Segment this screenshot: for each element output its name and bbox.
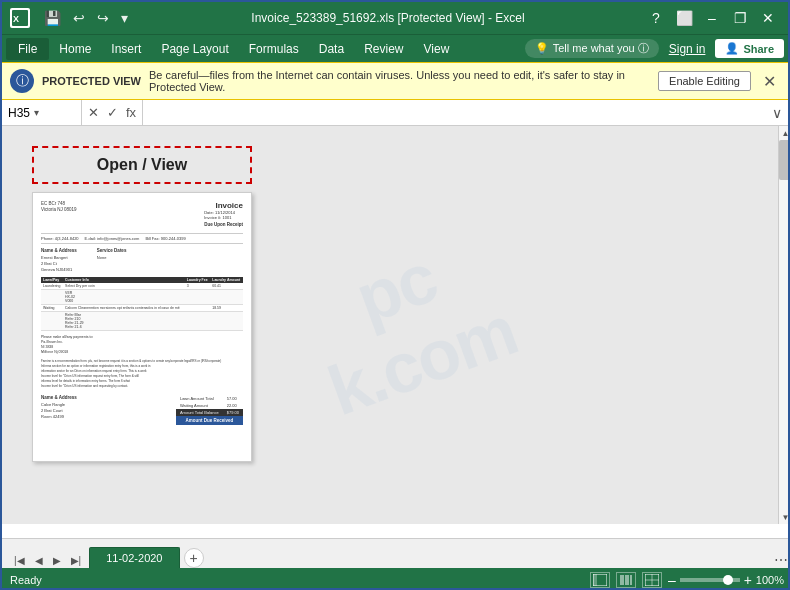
add-sheet-button[interactable]: + bbox=[184, 548, 204, 568]
svg-rect-3 bbox=[593, 574, 597, 586]
tab-bar-right: ⋯ bbox=[774, 552, 788, 568]
next-tab-btn[interactable]: ▶ bbox=[49, 553, 65, 568]
contact-row: Phone: 4(3,244-8420 E-dail: info@jones@j… bbox=[41, 233, 243, 244]
close-protected-bar-icon[interactable]: ✕ bbox=[759, 72, 780, 91]
person-icon: 👤 bbox=[725, 42, 739, 55]
svg-text:X: X bbox=[13, 14, 19, 24]
status-bar-right: – + 100% bbox=[590, 572, 784, 588]
invoice-table: Lawn/Pay Customer Info Laundry Fee Laund… bbox=[41, 277, 243, 331]
menu-view[interactable]: View bbox=[414, 38, 460, 60]
cell-reference-box[interactable]: H35 ▾ bbox=[2, 100, 82, 125]
cell-ref-dropdown-icon[interactable]: ▾ bbox=[34, 107, 39, 118]
invoice-total-section: Name & Address Calce Rangle 2 Brat Court… bbox=[41, 395, 243, 425]
title-bar-controls: ? ⬜ – ❐ ✕ bbox=[644, 6, 780, 30]
lightbulb-icon: 💡 bbox=[535, 42, 549, 55]
first-tab-btn[interactable]: |◀ bbox=[10, 553, 29, 568]
formula-bar: H35 ▾ ✕ ✓ fx ∨ bbox=[2, 100, 788, 126]
zoom-bar: – + 100% bbox=[668, 572, 784, 588]
share-button[interactable]: 👤 Share bbox=[715, 39, 784, 58]
formula-expand-icon[interactable]: ∨ bbox=[766, 105, 788, 121]
scroll-up-btn[interactable]: ▲ bbox=[779, 126, 791, 140]
invoice-number: Invoice #: 1001 bbox=[204, 215, 243, 220]
invoice-document: EC BCr 748 Victoria NJ 08019 Invoice Dat… bbox=[32, 192, 252, 462]
invoice-preview: Open / View EC BCr 748 Victoria NJ 08019… bbox=[32, 146, 252, 462]
address-section: Name & Address Ernest Bangert 2 Brat Ct … bbox=[41, 248, 243, 273]
search-box[interactable]: 💡 Tell me what you ⓘ bbox=[525, 39, 659, 58]
sheet-area: pck.com Open / View EC BCr 748 Victoria … bbox=[2, 126, 778, 524]
window-title: Invoice_523389_51692.xls [Protected View… bbox=[132, 11, 644, 25]
formula-confirm-icon[interactable]: ✓ bbox=[105, 105, 120, 120]
svg-rect-6 bbox=[630, 575, 632, 585]
menu-home[interactable]: Home bbox=[49, 38, 101, 60]
menu-insert[interactable]: Insert bbox=[101, 38, 151, 60]
protected-view-message: Be careful—files from the Internet can c… bbox=[149, 69, 650, 93]
menu-formulas[interactable]: Formulas bbox=[239, 38, 309, 60]
menu-bar-right: 💡 Tell me what you ⓘ Sign in 👤 Share bbox=[525, 39, 784, 58]
menu-bar: File Home Insert Page Layout Formulas Da… bbox=[2, 34, 788, 62]
scroll-down-btn[interactable]: ▼ bbox=[779, 510, 791, 524]
normal-view-btn[interactable] bbox=[590, 572, 610, 588]
zoom-plus-btn[interactable]: + bbox=[744, 572, 752, 588]
help-icon[interactable]: ? bbox=[644, 6, 668, 30]
signin-button[interactable]: Sign in bbox=[663, 40, 712, 58]
customize-qa-btn[interactable]: ▾ bbox=[117, 8, 132, 28]
sheet-tab-1[interactable]: 11-02-2020 bbox=[89, 547, 179, 568]
zoom-percent: 100% bbox=[756, 574, 784, 586]
menu-data[interactable]: Data bbox=[309, 38, 354, 60]
enable-editing-button[interactable]: Enable Editing bbox=[658, 71, 751, 91]
menu-file[interactable]: File bbox=[6, 38, 49, 60]
menu-review[interactable]: Review bbox=[354, 38, 413, 60]
formula-controls: ✕ ✓ fx bbox=[82, 100, 143, 125]
redo-btn[interactable]: ↪ bbox=[93, 8, 113, 28]
open-view-box[interactable]: Open / View bbox=[32, 146, 252, 184]
formula-function-icon[interactable]: fx bbox=[124, 105, 138, 120]
protected-view-bar: ⓘ PROTECTED VIEW Be careful—files from t… bbox=[2, 62, 788, 100]
shield-icon: ⓘ bbox=[10, 69, 34, 93]
tab-bar: |◀ ◀ ▶ ▶| 11-02-2020 + ⋯ bbox=[2, 538, 790, 568]
vertical-scrollbar[interactable]: ▲ ▼ bbox=[778, 126, 790, 524]
page-break-view-btn[interactable] bbox=[642, 572, 662, 588]
share-label: Share bbox=[743, 43, 774, 55]
svg-rect-4 bbox=[620, 575, 624, 585]
prev-tab-btn[interactable]: ◀ bbox=[31, 553, 47, 568]
tab-navigation: |◀ ◀ ▶ ▶| bbox=[6, 553, 89, 568]
excel-icon: X bbox=[10, 8, 30, 28]
due-label: Due Upon Receipt bbox=[204, 222, 243, 227]
watermark: pck.com bbox=[293, 220, 526, 430]
formula-input[interactable] bbox=[143, 106, 766, 120]
zoom-minus-btn[interactable]: – bbox=[668, 572, 676, 588]
title-bar: X 💾 ↩ ↪ ▾ Invoice_523389_51692.xls [Prot… bbox=[2, 2, 788, 34]
undo-btn[interactable]: ↩ bbox=[69, 8, 89, 28]
tab-more-options[interactable]: ⋯ bbox=[774, 552, 788, 568]
page-layout-view-btn[interactable] bbox=[616, 572, 636, 588]
invoice-notes: Please make all/any payments to: Pa-Brow… bbox=[41, 335, 243, 389]
zoom-thumb bbox=[723, 575, 733, 585]
scroll-thumb-vertical[interactable] bbox=[779, 140, 791, 180]
restore-btn[interactable]: ❐ bbox=[728, 6, 752, 30]
company-info: EC BCr 748 Victoria NJ 08019 bbox=[41, 201, 76, 227]
save-quick-btn[interactable]: 💾 bbox=[40, 8, 65, 28]
open-view-label: Open / View bbox=[97, 156, 187, 173]
scroll-track-vertical[interactable] bbox=[779, 140, 791, 510]
ribbon-collapse-btn[interactable]: ⬜ bbox=[672, 6, 696, 30]
svg-rect-5 bbox=[625, 575, 629, 585]
search-label: Tell me what you ⓘ bbox=[553, 41, 649, 56]
ready-label: Ready bbox=[10, 574, 590, 586]
cell-ref-value: H35 bbox=[8, 106, 30, 120]
close-btn[interactable]: ✕ bbox=[756, 6, 780, 30]
status-bar: Ready – + 100% bbox=[2, 568, 790, 590]
quick-access-toolbar: 💾 ↩ ↪ ▾ bbox=[40, 8, 132, 28]
amount-due-badge: Amount Due Received bbox=[176, 416, 243, 425]
formula-cancel-icon[interactable]: ✕ bbox=[86, 105, 101, 120]
menu-page-layout[interactable]: Page Layout bbox=[151, 38, 238, 60]
protected-view-label: PROTECTED VIEW bbox=[42, 75, 141, 87]
last-tab-btn[interactable]: ▶| bbox=[67, 553, 86, 568]
zoom-slider[interactable] bbox=[680, 578, 740, 582]
minimize-btn[interactable]: – bbox=[700, 6, 724, 30]
invoice-title: Invoice bbox=[204, 201, 243, 210]
title-bar-left: X 💾 ↩ ↪ ▾ bbox=[10, 8, 132, 28]
